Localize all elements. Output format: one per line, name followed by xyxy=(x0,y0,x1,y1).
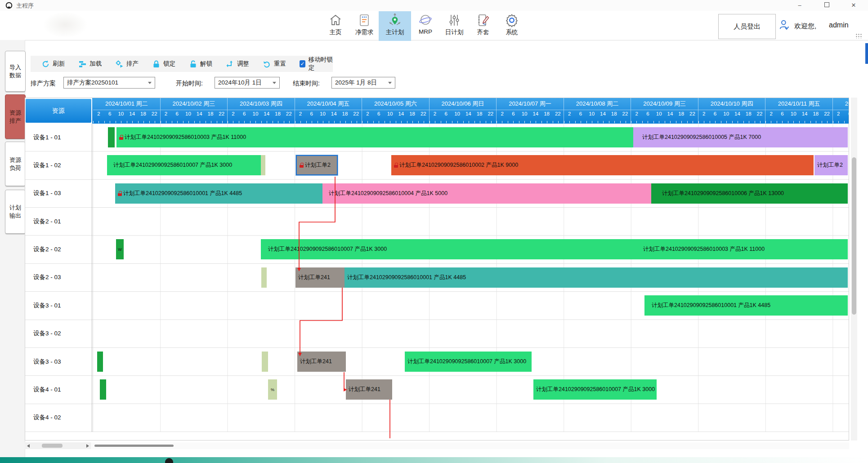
gantt-bar[interactable]: 计划工单24102909092586010007 产品1K 3000 xyxy=(405,352,532,372)
hour-tick-label: 2 xyxy=(770,111,773,116)
gantt-bar[interactable]: 计划工单24102909092586010001 产品1K 4485 xyxy=(345,267,848,288)
hour-ticks: 2610141822 xyxy=(430,110,497,124)
scroll-right-icon[interactable] xyxy=(86,444,89,448)
scroll-left-icon[interactable] xyxy=(27,444,30,448)
gantt-bar[interactable]: 计划工单24102909092586010007 产品1K 3000 xyxy=(107,155,261,175)
gantt-bar[interactable] xyxy=(261,155,265,175)
gantt-bar[interactable]: % xyxy=(268,379,277,400)
nav-home[interactable]: 主页 xyxy=(321,11,350,41)
lock-icon xyxy=(300,163,304,168)
hour-tick-label: 22 xyxy=(219,111,224,116)
start-time-select[interactable]: 2024年10月 1日 xyxy=(215,77,280,89)
welcome-text: 欢迎您, xyxy=(794,22,816,31)
gantt-bar[interactable] xyxy=(100,379,106,400)
bar-label: 计划工单24102909092586010001 产品1K 4485 xyxy=(123,190,242,197)
resource-label-column: 设备1 - 01设备1 - 02设备1 - 03设备2 - 01设备2 - 02… xyxy=(25,124,92,432)
hour-tick-label: 2 xyxy=(165,111,167,116)
bar-label: 计划工单24102909092586010001 产品1K 4485 xyxy=(652,302,770,309)
maximize-button[interactable] xyxy=(820,1,833,10)
unlock-button[interactable]: 解锁 xyxy=(189,60,212,68)
resource-column-header: 资源 xyxy=(26,99,91,123)
sidebar-tab-resource-load[interactable]: 资源负荷 xyxy=(5,142,26,186)
gantt-bar[interactable]: 计划工单24102909092586010001 产品1K 4485 xyxy=(644,295,848,316)
hour-tick-label: 6 xyxy=(512,111,515,116)
day-header-cell: 2024/10/12 周六2610141822 xyxy=(833,98,849,124)
nav-master-plan[interactable]: 主计划 xyxy=(379,11,411,41)
nav-daily-plan[interactable]: 日计划 xyxy=(440,11,469,41)
chart-vscrollbar[interactable] xyxy=(851,98,857,441)
adjust-arrows-icon xyxy=(226,60,234,68)
chevron-down-icon xyxy=(148,82,152,84)
gantt-bar[interactable]: 计划工单24102909092586010006 产品1K 13000 xyxy=(651,183,848,204)
scrollbar-thumb[interactable] xyxy=(42,444,63,448)
scrollbar-thumb[interactable] xyxy=(852,157,856,315)
gantt-bar[interactable] xyxy=(108,127,115,147)
gantt-bar[interactable]: 计划工单24102909092586010001 产品1K 4485 xyxy=(115,183,322,204)
gantt-bar[interactable]: 计划工单24102909092586010007 产品1K 3000 xyxy=(533,379,657,400)
close-button[interactable]: ✕ xyxy=(847,1,860,10)
day-date-label: 2024/10/05 周六 xyxy=(362,98,429,110)
plan-scheme-select[interactable]: 排产方案20250101 xyxy=(63,77,155,89)
day-header-cell: 2024/10/04 周五2610141822 xyxy=(295,98,362,124)
ribbon-resize-grip xyxy=(855,33,862,39)
load-bars-icon xyxy=(78,60,87,68)
undo-icon xyxy=(263,60,271,68)
gantt-bar[interactable]: 计划工单24102909092586010003 产品1K 11000 xyxy=(116,127,633,147)
bar-label: 计划工单2 xyxy=(817,161,843,169)
nav-system[interactable]: 系统 xyxy=(497,11,526,41)
bar-label: 计划工单24102909092586010007 产品1K 3000 xyxy=(113,161,232,169)
gantt-bar[interactable]: 计划工单241 xyxy=(346,379,392,400)
load-button[interactable]: 加载 xyxy=(78,60,102,68)
ribbon: 主页 净需求 主计划 MRP 日计划 齐套 xyxy=(0,11,868,40)
gantt-bar[interactable] xyxy=(97,352,103,372)
day-header-cell: 2024/10/11 周五2610141822 xyxy=(765,98,833,124)
gantt-bar[interactable]: 计划工单24102909092586010007 产品1K 3000 xyxy=(261,239,636,259)
gantt-bar[interactable]: 计划工单24102909092586010002 产品1K 9000 xyxy=(391,155,814,175)
gantt-bar[interactable]: 计划工单2 xyxy=(296,155,338,175)
hour-tick-label: 14 xyxy=(532,111,538,116)
hour-tick-label: 18 xyxy=(275,111,281,116)
gantt-bar[interactable] xyxy=(261,267,267,288)
hour-tick-label: 2 xyxy=(501,111,503,116)
refresh-button[interactable]: 刷新 xyxy=(41,60,65,68)
user-check-icon xyxy=(779,19,790,31)
logout-button[interactable]: 人员登出 xyxy=(718,14,776,39)
scrollbar-thumb[interactable] xyxy=(94,445,174,447)
lock-on-move-checkbox[interactable]: ✓ 移动时锁定 xyxy=(300,56,333,72)
gantt-bar[interactable] xyxy=(262,352,268,372)
hour-tick-label: 18 xyxy=(342,111,348,116)
gantt-bar[interactable]: 计划工单241 xyxy=(295,267,345,288)
reset-button[interactable]: 重置 xyxy=(263,60,286,68)
hour-tick-label: 18 xyxy=(678,111,684,116)
hour-tick-label: 14 xyxy=(331,111,337,116)
bottom-edge-strip xyxy=(0,457,868,463)
adjust-button[interactable]: 调整 xyxy=(226,60,249,68)
nav-kitting[interactable]: 齐套 xyxy=(469,11,497,41)
schedule-button[interactable]: 排产 xyxy=(115,60,139,68)
sidebar-tab-resource-scheduling[interactable]: 资源排产 xyxy=(5,94,26,139)
hour-tick-label: 22 xyxy=(488,111,493,116)
gantt-bar[interactable]: W xyxy=(116,239,124,259)
map-pin-icon xyxy=(388,13,402,27)
bar-label: 计划工单24102909092586010003 产品1K 11000 xyxy=(125,134,246,141)
nav-net-demand[interactable]: 净需求 xyxy=(350,11,379,41)
end-time-select[interactable]: 2025年 1月 8日 xyxy=(331,77,395,89)
gantt-bar[interactable]: 计划工单24102909092586010003 产品1K 11000 xyxy=(636,239,848,259)
hour-tick-label: 2 xyxy=(702,111,705,116)
nav-mrp[interactable]: MRP xyxy=(411,11,440,41)
minimize-button[interactable]: – xyxy=(793,1,806,10)
gantt-bar[interactable]: 计划工单24102909092586010004 产品1K 5000 xyxy=(322,183,651,204)
hour-tick-label: 6 xyxy=(781,111,783,116)
hour-tick-label: 10 xyxy=(320,111,326,116)
gantt-bar[interactable]: 计划工单24102909092586010005 产品1K 7000 xyxy=(633,127,848,147)
resource-row-label: 设备1 - 03 xyxy=(25,180,92,208)
lock-button[interactable]: 锁定 xyxy=(152,60,175,68)
gantt-bar[interactable]: 计划工单241 xyxy=(297,352,346,372)
resource-hscrollbar[interactable] xyxy=(25,442,91,449)
gantt-toolbar: 刷新 加载 排产 锁定 解锁 调整 重置 ✓ 移动时锁定 xyxy=(31,56,333,72)
hour-ticks: 2610141822 xyxy=(564,110,631,124)
day-header-cell: 2024/10/08 周二2610141822 xyxy=(564,98,631,124)
gantt-bar[interactable]: 计划工单2 xyxy=(814,155,848,175)
chart-hscrollbar[interactable] xyxy=(92,442,849,449)
sidebar-tab-plan-output[interactable]: 计划输出 xyxy=(5,190,26,234)
